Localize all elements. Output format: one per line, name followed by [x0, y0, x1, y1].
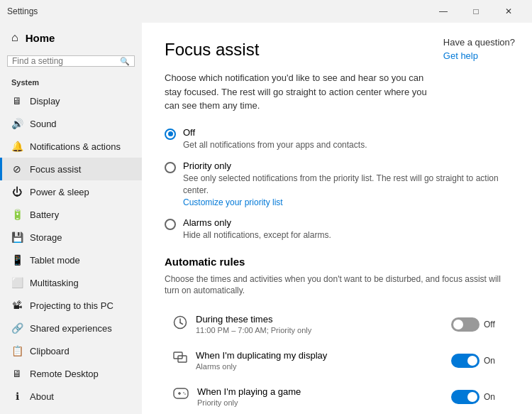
svg-line-2: [180, 323, 183, 325]
sidebar-item-label: Clipboard: [30, 346, 70, 356]
toggle-playing-game-label: On: [484, 392, 501, 402]
radio-off-label-group: Off Get all notifications from your apps…: [183, 127, 367, 151]
clipboard-icon: 📋: [11, 345, 23, 356]
sidebar-item-label: Multitasking: [30, 278, 79, 288]
title-bar: Settings — □ ✕: [0, 0, 532, 23]
sidebar-item-label: Sound: [30, 119, 57, 129]
customize-priority-link[interactable]: Customize your priority list: [183, 197, 283, 207]
clock-icon: [173, 315, 187, 333]
radio-off-label: Off: [183, 127, 367, 138]
sidebar-item-multitasking[interactable]: ⬜ Multitasking: [0, 271, 142, 294]
radio-priority-circle[interactable]: [165, 162, 176, 173]
remote-icon: 🖥: [11, 368, 23, 379]
toggle-playing-game[interactable]: [451, 390, 480, 404]
radio-priority-label: Priority only: [183, 160, 509, 171]
toggle-during-times[interactable]: [451, 317, 480, 332]
sidebar-item-shared[interactable]: 🔗 Shared experiences: [0, 317, 142, 339]
sidebar-home[interactable]: ⌂ Home: [0, 23, 142, 53]
auto-rules-subtitle: Choose the times and activities when you…: [165, 273, 509, 298]
sidebar-item-label: Focus assist: [30, 164, 81, 175]
radio-off-sublabel: Get all notifications from your apps and…: [183, 139, 367, 151]
radio-off-circle[interactable]: [165, 129, 176, 140]
toggle-during-times-label: Off: [484, 320, 501, 329]
rule-playing-game-text: When I'm playing a game Priority only: [197, 386, 301, 407]
rule-during-times-left: During these times 11:00 PM – 7:00 AM; P…: [173, 314, 311, 334]
power-sleep-icon: ⏻: [11, 186, 23, 197]
title-bar-controls: — □ ✕: [427, 0, 525, 23]
search-icon: 🔍: [120, 57, 130, 66]
app-body: ⌂ Home 🔍 System 🖥 Display 🔊 Sound 🔔 Noti…: [0, 23, 532, 414]
sidebar-item-label: Storage: [30, 232, 62, 243]
rule-playing-game-right: On: [451, 390, 501, 404]
rule-during-times-right: Off: [451, 317, 501, 332]
minimize-button[interactable]: —: [427, 0, 460, 23]
svg-point-8: [183, 392, 184, 393]
rule-during-times-title: During these times: [196, 314, 311, 325]
storage-icon: 💾: [11, 231, 23, 243]
rule-duplicating-text: When I'm duplicating my display Alarms o…: [196, 350, 327, 371]
radio-priority-label-group: Priority only See only selected notifica…: [183, 160, 509, 207]
notifications-icon: 🔔: [11, 141, 23, 152]
toggle-duplicating-label: On: [484, 356, 501, 366]
search-box[interactable]: 🔍: [7, 55, 135, 67]
sidebar-item-focus-assist[interactable]: ⊘ Focus assist: [0, 158, 142, 180]
radio-alarms-circle[interactable]: [165, 219, 176, 230]
sidebar-item-clipboard[interactable]: 📋 Clipboard: [0, 339, 142, 362]
sidebar-item-label: Battery: [30, 209, 59, 220]
help-section: Have a question? Get help: [443, 37, 515, 61]
rule-playing-game-title: When I'm playing a game: [197, 386, 301, 397]
sidebar-item-label: Projecting to this PC: [30, 300, 113, 311]
sidebar-item-storage[interactable]: 💾 Storage: [0, 226, 142, 249]
sidebar-item-about[interactable]: ℹ About: [0, 385, 142, 408]
sidebar: ⌂ Home 🔍 System 🖥 Display 🔊 Sound 🔔 Noti…: [0, 23, 142, 414]
shared-icon: 🔗: [11, 322, 23, 334]
rule-playing-game-left: When I'm playing a game Priority only: [173, 386, 301, 407]
sidebar-section-label: System: [0, 75, 142, 89]
rule-during-times-text: During these times 11:00 PM – 7:00 AM; P…: [196, 314, 311, 334]
rule-playing-game-subtitle: Priority only: [197, 398, 301, 407]
sidebar-item-label: Shared experiences: [30, 323, 112, 334]
radio-priority-sublabel: See only selected notifications from the…: [183, 173, 509, 197]
close-button[interactable]: ✕: [492, 0, 525, 23]
sidebar-item-remote[interactable]: 🖥 Remote Desktop: [0, 362, 142, 385]
sidebar-item-sound[interactable]: 🔊 Sound: [0, 112, 142, 135]
display-icon: 🖥: [11, 95, 23, 107]
duplicate-display-icon: [173, 352, 187, 368]
home-icon: ⌂: [11, 31, 18, 44]
sidebar-home-label: Home: [26, 32, 55, 44]
toggle-duplicating-knob: [467, 356, 477, 366]
about-icon: ℹ: [11, 391, 23, 402]
radio-option-priority[interactable]: Priority only See only selected notifica…: [165, 160, 509, 207]
sidebar-item-display[interactable]: 🖥 Display: [0, 89, 142, 112]
sidebar-item-label: Display: [30, 96, 60, 107]
automatic-rules-section: Automatic rules Choose the times and act…: [165, 256, 509, 414]
search-input[interactable]: [12, 56, 118, 66]
page-description: Choose which notification you'd like to …: [165, 71, 434, 113]
sidebar-item-battery[interactable]: 🔋 Battery: [0, 203, 142, 226]
game-icon: [173, 388, 189, 403]
toggle-duplicating[interactable]: [451, 354, 480, 368]
maximize-button[interactable]: □: [460, 0, 492, 23]
radio-option-off[interactable]: Off Get all notifications from your apps…: [165, 127, 509, 151]
multitasking-icon: ⬜: [11, 277, 23, 288]
sidebar-item-power-sleep[interactable]: ⏻ Power & sleep: [0, 180, 142, 203]
rule-playing-game: When I'm playing a game Priority only On: [165, 379, 509, 414]
svg-point-9: [184, 393, 186, 395]
sidebar-item-label: Power & sleep: [30, 187, 89, 197]
sidebar-item-label: Remote Desktop: [30, 369, 99, 379]
battery-icon: 🔋: [11, 209, 23, 220]
toggle-playing-game-knob: [467, 392, 477, 402]
rule-duplicating-title: When I'm duplicating my display: [196, 350, 327, 361]
radio-option-alarms[interactable]: Alarms only Hide all notifications, exce…: [165, 217, 509, 241]
rule-duplicating-right: On: [451, 354, 501, 368]
sound-icon: 🔊: [11, 118, 23, 129]
rule-duplicating: When I'm duplicating my display Alarms o…: [165, 343, 509, 378]
projecting-icon: 📽: [11, 300, 23, 311]
sidebar-item-tablet-mode[interactable]: 📱 Tablet mode: [0, 249, 142, 271]
sidebar-item-notifications[interactable]: 🔔 Notifications & actions: [0, 135, 142, 158]
radio-alarms-label-group: Alarms only Hide all notifications, exce…: [183, 217, 331, 241]
sidebar-item-projecting[interactable]: 📽 Projecting to this PC: [0, 294, 142, 317]
main-content: Have a question? Get help Focus assist C…: [142, 23, 532, 414]
get-help-link[interactable]: Get help: [443, 50, 478, 61]
have-question-text: Have a question?: [443, 37, 515, 48]
